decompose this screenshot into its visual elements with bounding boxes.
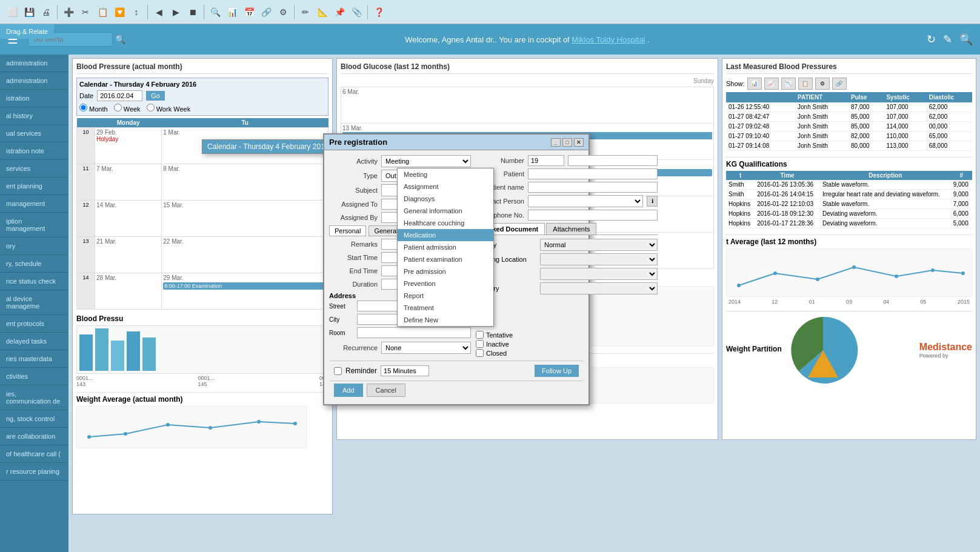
sidebar-item-7[interactable]: ent planning xyxy=(0,178,68,195)
dropdown-item-healthcare[interactable]: Healthcare couching xyxy=(398,217,493,229)
number-input[interactable] xyxy=(528,155,564,166)
room-input[interactable] xyxy=(357,327,471,338)
show-btn-3[interactable]: 📋 xyxy=(798,78,813,90)
priority-select[interactable]: Normal xyxy=(540,239,658,251)
cal-cell-21mar[interactable]: 21 Mar. xyxy=(95,237,162,273)
toolbar-icon-new[interactable]: ⬜ xyxy=(5,5,19,19)
tentative-checkbox[interactable] xyxy=(476,331,484,339)
toolbar-icon-attach[interactable]: 📎 xyxy=(349,5,364,19)
toolbar-icon-save[interactable]: 💾 xyxy=(22,5,36,19)
cal-cell-8mar[interactable]: 8 Mar. xyxy=(162,164,328,201)
sidebar-item-activities[interactable]: ctivities xyxy=(0,368,68,385)
toolbar-icon-forward[interactable]: ▶ xyxy=(168,5,183,19)
toolbar-icon-pin[interactable]: 📌 xyxy=(332,5,347,19)
activity-select[interactable]: Meeting xyxy=(381,155,471,167)
contact-info-btn[interactable]: ℹ xyxy=(647,196,658,207)
week-radio[interactable] xyxy=(114,104,122,111)
cal-cell-29mar[interactable]: 29 Mar. 8:00-17:00 Examination xyxy=(162,273,328,310)
state-select[interactable] xyxy=(540,268,658,280)
week-radio-label[interactable]: Week xyxy=(114,104,141,113)
dropdown-item-general-info[interactable]: General information xyxy=(398,205,493,217)
show-btn-0[interactable]: 📊 xyxy=(747,78,762,90)
sidebar-item-2[interactable]: istration xyxy=(0,90,68,107)
dropdown-item-report[interactable]: Report xyxy=(398,290,493,302)
sidebar-item-services[interactable]: services xyxy=(0,160,68,178)
toolbar-icon-help[interactable]: ❓ xyxy=(372,5,386,19)
prereg-maximize-btn[interactable]: □ xyxy=(562,138,572,147)
cal-cell-29feb[interactable]: 29 Feb. Holyday xyxy=(95,128,162,164)
sidebar-item-3[interactable]: al history xyxy=(0,107,68,125)
show-btn-5[interactable]: 🔗 xyxy=(832,78,847,90)
refresh-icon[interactable]: ↻ xyxy=(927,33,936,46)
meeting-location-select[interactable] xyxy=(540,253,658,265)
dropdown-item-patient-admission[interactable]: Patient admission xyxy=(398,241,493,253)
sidebar-item-8[interactable]: management xyxy=(0,195,68,213)
sidebar-item-device[interactable]: al device manageme xyxy=(0,290,68,315)
sidebar-item-tasks[interactable]: delayed tasks xyxy=(0,333,68,350)
cal-cell-28mar[interactable]: 28 Mar. xyxy=(95,273,162,310)
toolbar-icon-back[interactable]: ◀ xyxy=(152,5,166,19)
sidebar-item-10[interactable]: ory xyxy=(0,238,68,255)
show-btn-4[interactable]: ⚙ xyxy=(815,78,830,90)
prereg-minimize-btn[interactable]: _ xyxy=(551,138,561,147)
go-button[interactable]: Go xyxy=(146,91,165,101)
hospital-link[interactable]: Miklos Toldy Hospital xyxy=(572,35,645,44)
sidebar-item-protocols[interactable]: ent protocols xyxy=(0,315,68,333)
toolbar-icon-ruler[interactable]: 📐 xyxy=(315,5,330,19)
date-input[interactable] xyxy=(97,90,142,101)
toolbar-icon-chart[interactable]: 📊 xyxy=(225,5,239,19)
month-radio-label[interactable]: Month xyxy=(79,104,108,113)
toolbar-icon-calendar[interactable]: 📅 xyxy=(242,5,256,19)
toolbar-icon-pen[interactable]: ✏ xyxy=(298,5,313,19)
sidebar-item-status[interactable]: nce status check xyxy=(0,273,68,290)
toolbar-icon-add[interactable]: ➕ xyxy=(61,5,76,19)
workweek-radio[interactable] xyxy=(147,104,155,111)
closed-checkbox[interactable] xyxy=(476,349,484,357)
cal-cell-15mar[interactable]: 15 Mar. xyxy=(162,201,328,237)
dropdown-item-diagnosys[interactable]: Diagnosys xyxy=(398,193,493,205)
sidebar-item-1[interactable]: administration xyxy=(0,72,68,90)
toolbar-icon-search[interactable]: 🔍 xyxy=(208,5,222,19)
sidebar-item-comm[interactable]: ies, communication de xyxy=(0,385,68,410)
dropdown-item-assignment[interactable]: Assignment xyxy=(398,181,493,193)
workweek-radio-label[interactable]: Work Week xyxy=(147,104,191,113)
sidebar-item-9[interactable]: iption management xyxy=(0,213,68,238)
sidebar-item-4[interactable]: ual services xyxy=(0,125,68,142)
dropdown-item-define-new[interactable]: Define New xyxy=(398,314,493,326)
reminder-checkbox[interactable] xyxy=(334,367,342,375)
reminder-input[interactable] xyxy=(381,365,429,376)
personal-tab[interactable]: Personal xyxy=(329,225,366,236)
add-button[interactable]: Add xyxy=(334,384,363,397)
sidebar-item-collab[interactable]: are collaboration xyxy=(0,428,68,445)
dropdown-item-prevention[interactable]: Prevention xyxy=(398,278,493,290)
edit-icon[interactable]: ✎ xyxy=(943,33,952,46)
sidebar-item-stock[interactable]: ng, stock control xyxy=(0,410,68,428)
toolbar-icon-print[interactable]: 🖨 xyxy=(39,5,53,19)
cal-cell-14mar[interactable]: 14 Mar. xyxy=(95,201,162,237)
patient-name-input[interactable] xyxy=(528,182,658,193)
country-select[interactable] xyxy=(540,282,658,294)
toolbar-icon-sort[interactable]: ↕ xyxy=(129,5,144,19)
telephone-input[interactable] xyxy=(528,210,658,221)
toolbar-icon-cut[interactable]: ✂ xyxy=(78,5,93,19)
cal-cell-7mar[interactable]: 7 Mar. xyxy=(95,164,162,201)
dropdown-item-pre-admission[interactable]: Pre admission xyxy=(398,265,493,278)
inactive-checkbox[interactable] xyxy=(476,340,484,348)
toolbar-icon-copy[interactable]: 📋 xyxy=(95,5,110,19)
attachments-tab[interactable]: Attachments xyxy=(546,223,596,234)
dropdown-item-meeting[interactable]: Meeting xyxy=(398,168,493,181)
sidebar-item-5[interactable]: istration note xyxy=(0,142,68,160)
cal-cell-22mar[interactable]: 22 Mar. xyxy=(162,237,328,273)
recurrence-select[interactable]: None xyxy=(381,342,471,354)
toolbar-icon-link[interactable]: 🔗 xyxy=(259,5,273,19)
sidebar-item-0[interactable]: administration xyxy=(0,55,68,72)
drag-relate-button[interactable]: Drag & Relate xyxy=(0,24,54,39)
contact-select[interactable] xyxy=(528,195,643,207)
patient-input[interactable] xyxy=(528,168,658,179)
search-icon[interactable]: 🔍 xyxy=(959,33,973,46)
sidebar-item-11[interactable]: ry, schedule xyxy=(0,255,68,273)
prereg-close-btn[interactable]: ✕ xyxy=(574,138,584,147)
toolbar-icon-settings[interactable]: ⚙ xyxy=(276,5,290,19)
toolbar-icon-stop[interactable]: ⏹ xyxy=(185,5,200,19)
sidebar-item-resource[interactable]: r resource planing xyxy=(0,463,68,481)
